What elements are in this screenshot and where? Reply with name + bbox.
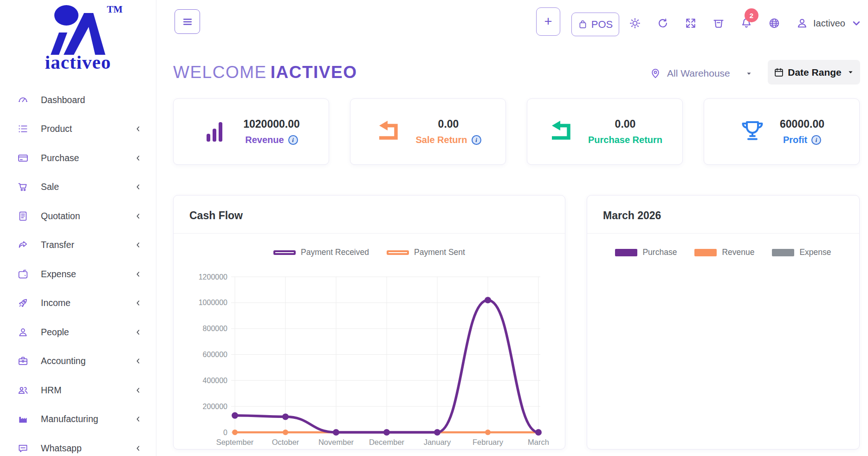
sidebar-item-dashboard[interactable]: Dashboard [0,85,156,115]
svg-text:1200000: 1200000 [199,273,227,281]
sidebar-item-label: Product [41,124,134,134]
calendar-icon [774,67,784,78]
sidebar-item-expense[interactable]: Expense [0,260,156,289]
chevron-left-icon [134,154,142,162]
sidebar-item-people[interactable]: People [0,318,156,347]
welcome-prefix: WELCOME [173,63,267,82]
legend-swatch [387,250,409,255]
sidebar-item-quotation[interactable]: Quotation [0,202,156,231]
legend-item-payment-received[interactable]: Payment Received [273,248,369,257]
cash-flow-plot: 020000040000060000080000010000001200000S… [174,260,565,447]
info-icon[interactable]: i [811,135,821,145]
divider [587,233,859,234]
legend-swatch [694,249,717,256]
svg-text:0: 0 [223,429,227,436]
sidebar-item-hrm[interactable]: HRM [0,376,156,405]
user-icon [796,17,808,29]
month-summary-card: March 2026 PurchaseRevenueExpense [587,195,860,449]
warehouse-label: All Warehouse [667,68,730,79]
info-icon[interactable]: i [472,135,481,145]
user-menu[interactable]: Iactiveo [796,17,862,29]
sidebar-item-label: Sale [41,182,134,192]
stat-value: 60000.00 [780,118,824,130]
legend-item-expense[interactable]: Expense [772,248,831,257]
accounting-icon [18,356,28,366]
fullscreen-icon[interactable] [685,17,697,29]
legend-item-revenue[interactable]: Revenue [694,248,754,257]
legend-swatch [772,249,794,256]
sidebar-item-sale[interactable]: Sale [0,173,156,202]
sidebar: TM iactiveo DashboardProductPurchaseSale… [0,0,156,456]
svg-text:600000: 600000 [203,351,227,358]
sidebar-item-whatsapp[interactable]: Whatsapp [0,434,156,456]
add-button[interactable]: + [536,7,560,36]
stat-value: 0.00 [438,118,459,130]
sidebar-item-label: Transfer [41,240,134,250]
bar-chart-icon [202,118,229,145]
chevron-left-icon [134,299,142,307]
cash-flow-title: Cash Flow [174,195,565,233]
return-arrow-icon [375,118,402,145]
trophy-icon [739,118,766,145]
legend-item-purchase[interactable]: Purchase [615,248,677,257]
bell-icon[interactable]: 2 [740,17,752,29]
transfer-icon [18,240,28,250]
sidebar-item-purchase[interactable]: Purchase [0,143,156,173]
chevron-left-icon [134,270,142,278]
charts-row: Cash Flow Payment ReceivedPayment Sent 0… [173,195,860,449]
menu-toggle-button[interactable] [175,9,200,34]
page-title: WELCOMEIACTIVEO [173,63,357,82]
sidebar-item-income[interactable]: Income [0,289,156,318]
hrm-icon [18,385,28,396]
brand-trademark: TM [107,4,123,15]
date-range-button[interactable]: Date Range [768,60,860,85]
svg-text:December: December [369,438,405,446]
svg-text:November: November [318,438,354,446]
sidebar-item-product[interactable]: Product [0,115,156,144]
svg-text:January: January [424,438,451,446]
expense-icon [18,269,28,280]
info-icon[interactable]: i [288,135,298,145]
caret-down-icon [745,70,752,77]
sidebar-item-label: Accounting [41,356,134,366]
chevron-left-icon [134,357,142,365]
sun-icon[interactable] [629,17,641,29]
sidebar-item-label: Expense [41,269,134,280]
month-summary-title: March 2026 [587,195,859,233]
cash-flow-card: Cash Flow Payment ReceivedPayment Sent 0… [173,195,565,449]
sidebar-item-label: Manufacturing [41,414,134,424]
globe-icon[interactable] [768,17,780,29]
chevron-left-icon [134,241,142,249]
chevron-left-icon [134,415,142,423]
refresh-icon[interactable] [657,17,669,29]
sidebar-item-manufacturing[interactable]: Manufacturing [0,405,156,434]
sidebar-item-label: Dashboard [41,95,142,105]
legend-item-payment-sent[interactable]: Payment Sent [387,248,465,257]
purchase-icon [18,153,28,163]
dashboard-icon [18,95,28,105]
stat-card-purchase-return: 0.00Purchase Return [527,98,683,165]
sale-icon [18,182,28,192]
chevron-left-icon [134,183,142,191]
topbar-icons: 2 [629,17,780,29]
sidebar-item-accounting[interactable]: Accounting [0,347,156,376]
pos-button-label: POS [591,19,613,31]
sidebar-item-transfer[interactable]: Transfer [0,231,156,260]
chevron-left-icon [134,125,142,133]
brand-wordmark: iactiveo [0,51,156,73]
pos-register-icon[interactable] [713,17,725,29]
whatsapp-icon [18,443,28,454]
stat-label: Profiti [783,135,821,145]
notification-badge: 2 [745,8,758,22]
return-arrow-icon [547,118,574,145]
brand-logo: TM iactiveo [0,3,156,85]
income-icon [18,298,28,308]
sidebar-item-label: Quotation [41,211,134,221]
warehouse-select[interactable]: All Warehouse [650,65,752,82]
hamburger-icon [182,16,193,27]
stat-card-sale-return: 0.00Sale Returni [350,98,506,165]
main-content: + POS 2 Iactiveo WELCOMEIACTIVEO All War… [156,0,868,456]
legend-swatch [615,249,637,256]
pos-button[interactable]: POS [571,13,619,36]
brand-mark-icon [39,3,117,58]
